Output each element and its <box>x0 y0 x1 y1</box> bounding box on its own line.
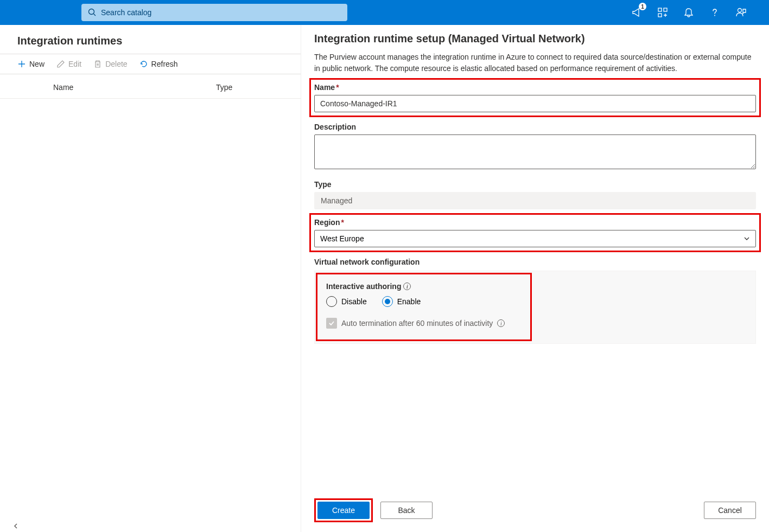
svg-rect-2 <box>658 8 662 11</box>
edit-button: Edit <box>56 60 81 68</box>
left-panel: Integration runtimes New Edit Delete Ref… <box>0 25 301 532</box>
help-icon[interactable] <box>708 6 721 19</box>
svg-point-0 <box>89 9 94 15</box>
search-input[interactable]: Search catalog <box>81 4 347 21</box>
table-header: Name Type <box>0 74 301 99</box>
chevron-down-icon <box>743 235 750 242</box>
search-placeholder: Search catalog <box>101 8 151 17</box>
auto-termination-checkbox: Auto termination after 60 minutes of ina… <box>326 318 522 329</box>
scroll-left-icon[interactable] <box>12 522 20 532</box>
toolbar: New Edit Delete Refresh <box>0 54 301 74</box>
plus-icon <box>17 60 26 68</box>
new-button[interactable]: New <box>17 60 45 68</box>
search-icon <box>88 8 97 17</box>
description-textarea[interactable] <box>314 134 756 169</box>
region-label: Region* <box>314 218 756 227</box>
announcements-icon[interactable]: 1 <box>630 6 643 19</box>
description-label: Description <box>314 123 756 131</box>
refresh-button[interactable]: Refresh <box>139 60 178 68</box>
type-value: Managed <box>314 192 756 209</box>
create-button[interactable]: Create <box>317 502 370 519</box>
column-name[interactable]: Name <box>53 83 216 92</box>
guide-icon[interactable] <box>656 6 669 19</box>
page-title: Integration runtimes <box>0 25 301 54</box>
vnet-section-label: Virtual network configuration <box>314 258 756 266</box>
refresh-icon <box>139 60 148 68</box>
blade-description: The Purview account manages the integrat… <box>314 52 756 74</box>
trash-icon <box>93 60 102 68</box>
radio-disable[interactable]: Disable <box>326 296 367 307</box>
pencil-icon <box>56 60 65 68</box>
name-input[interactable] <box>314 95 756 112</box>
interactive-authoring-label: Interactive authoring i <box>326 282 522 291</box>
cancel-button[interactable]: Cancel <box>704 502 756 519</box>
radio-enable[interactable]: Enable <box>382 296 421 307</box>
type-label: Type <box>314 180 756 189</box>
top-bar: Search catalog 1 <box>0 0 769 25</box>
bell-icon[interactable] <box>682 6 695 19</box>
feedback-icon[interactable] <box>734 6 747 19</box>
setup-blade: Integration runtime setup (Managed Virtu… <box>301 25 769 532</box>
svg-line-1 <box>94 14 96 16</box>
svg-point-5 <box>714 15 715 16</box>
vnet-config-box: Interactive authoring i Disable Enable <box>314 271 756 344</box>
delete-button: Delete <box>93 60 127 68</box>
create-highlight: Create <box>314 498 373 522</box>
svg-rect-4 <box>658 14 662 17</box>
name-highlight: Name* <box>309 78 761 117</box>
name-label: Name* <box>314 83 756 92</box>
checkbox-icon <box>326 318 337 329</box>
svg-point-6 <box>738 9 742 12</box>
region-highlight: Region* West Europe <box>309 213 761 252</box>
back-button[interactable]: Back <box>380 502 433 519</box>
interactive-highlight: Interactive authoring i Disable Enable <box>316 273 532 341</box>
column-type[interactable]: Type <box>216 83 232 92</box>
blade-footer: Create Back Cancel <box>314 498 756 522</box>
info-icon[interactable]: i <box>403 283 411 290</box>
info-icon[interactable]: i <box>497 319 505 327</box>
blade-title: Integration runtime setup (Managed Virtu… <box>314 33 756 45</box>
region-select[interactable]: West Europe <box>314 230 756 247</box>
topbar-actions: 1 <box>630 6 758 19</box>
svg-rect-3 <box>664 8 667 11</box>
notification-badge: 1 <box>639 3 646 10</box>
